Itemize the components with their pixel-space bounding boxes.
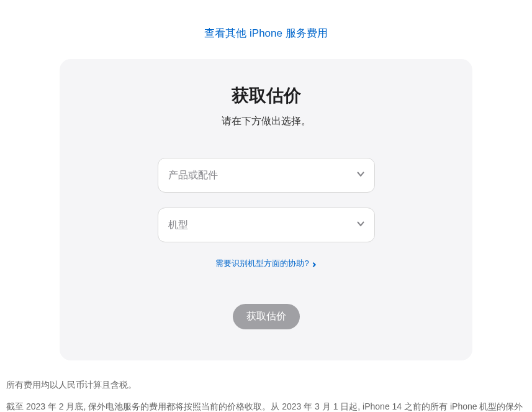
help-link-label: 需要识别机型方面的协助? bbox=[215, 258, 309, 269]
footnote-line-1: 所有费用均以人民币计算且含税。 bbox=[6, 375, 526, 395]
top-link-row: 查看其他 iPhone 服务费用 bbox=[6, 0, 526, 59]
get-estimate-button[interactable]: 获取估价 bbox=[233, 304, 300, 329]
model-select[interactable]: 机型 bbox=[158, 208, 375, 242]
footnote-line-2-text: 截至 2023 年 2 月底, 保外电池服务的费用都将按照当前的价格收取。从 2… bbox=[6, 401, 523, 412]
estimate-card: 获取估价 请在下方做出选择。 产品或配件 机型 需要识别机型方面的协助? 获取估… bbox=[60, 59, 472, 360]
card-title: 获取估价 bbox=[84, 84, 448, 108]
identify-model-help-link[interactable]: 需要识别机型方面的协助? bbox=[215, 258, 316, 269]
footnote-line-2: 截至 2023 年 2 月底, 保外电池服务的费用都将按照当前的价格收取。从 2… bbox=[6, 397, 526, 412]
card-subtitle: 请在下方做出选择。 bbox=[84, 115, 448, 128]
product-select[interactable]: 产品或配件 bbox=[158, 158, 375, 193]
product-select-wrap: 产品或配件 bbox=[158, 158, 375, 193]
model-select-wrap: 机型 bbox=[158, 208, 375, 242]
footnotes: 所有费用均以人民币计算且含税。 截至 2023 年 2 月底, 保外电池服务的费… bbox=[6, 375, 526, 412]
other-services-link[interactable]: 查看其他 iPhone 服务费用 bbox=[204, 27, 327, 39]
chevron-right-icon bbox=[309, 259, 317, 268]
